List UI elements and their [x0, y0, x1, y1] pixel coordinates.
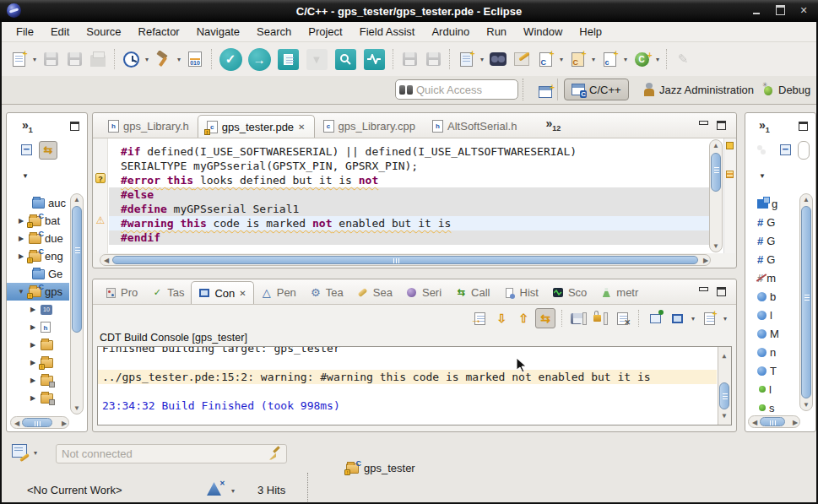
tab-problems[interactable]: Pro	[98, 281, 144, 304]
metronome-dropdown-icon[interactable]: ▾	[231, 487, 235, 495]
save-all-button-2[interactable]	[422, 48, 444, 70]
explorer-horizontal-scrollbar[interactable]: ◀ ▶	[10, 416, 69, 429]
binary-file-button[interactable]: 010	[184, 48, 206, 70]
outline-item-var-5[interactable]: T	[745, 361, 799, 380]
editor-horizontal-scrollbar[interactable]: ◀ ▶	[100, 254, 711, 266]
tab-gps-tester-pde[interactable]: c!gps_tester.pde✕	[198, 115, 315, 138]
tab-search[interactable]: Sea	[350, 281, 399, 304]
new-file-dropdown-icon[interactable]: ▾	[478, 56, 486, 63]
menu-arduino[interactable]: Arduino	[424, 23, 477, 41]
new-c-source-button[interactable]: C+	[534, 48, 556, 70]
show-error-in-editor-button[interactable]: →	[469, 308, 490, 328]
tree-item-eng[interactable]: ▶C!eng	[7, 247, 69, 265]
tab-console[interactable]: Con✕	[191, 281, 253, 304]
menu-project[interactable]: Project	[301, 23, 349, 41]
upload-sketch-button[interactable]: →	[246, 48, 273, 70]
menu-window[interactable]: Window	[516, 23, 570, 41]
search-button[interactable]	[487, 48, 509, 70]
save-console-button[interactable]	[568, 308, 588, 328]
explorer-vertical-scrollbar[interactable]: ▲ ▼	[70, 193, 84, 415]
connection-input[interactable]	[62, 447, 269, 460]
serial-plotter-button[interactable]	[360, 48, 387, 70]
tab-gps-library-cpp[interactable]: cgps_Library.cpp	[315, 115, 425, 138]
close-tab-icon[interactable]: ✕	[298, 122, 305, 132]
save-all-button[interactable]	[63, 48, 85, 70]
console-maximize-icon[interactable]	[717, 287, 726, 296]
save-button-2[interactable]	[398, 48, 420, 70]
tree-item-gps-selected[interactable]: ▼C!gps	[7, 283, 69, 301]
display-console-dropdown-icon[interactable]: ▾	[689, 315, 697, 322]
outline-item-var-2[interactable]: l	[745, 306, 799, 324]
cpp-perspective-button[interactable]: C C/C++	[564, 79, 629, 100]
new-class-dropdown-icon[interactable]: ▾	[589, 56, 598, 63]
outline-item-fn-2[interactable]: s	[745, 398, 799, 413]
serial-monitor-button[interactable]	[332, 48, 359, 70]
menu-source[interactable]: Source	[79, 23, 128, 41]
outline-item-define-1[interactable]: #G	[745, 213, 799, 231]
editor-vertical-scrollbar[interactable]: ▲ ▼	[709, 139, 723, 252]
minimize-window-icon[interactable]	[750, 4, 762, 16]
broom-icon[interactable]	[269, 448, 281, 460]
outline-hide-button[interactable]	[798, 141, 810, 160]
quick-access-box[interactable]	[395, 79, 518, 100]
code-area[interactable]: #if defined(I_USE_SOFTWARESERIAL) || def…	[109, 138, 709, 253]
build-hammer-button[interactable]	[152, 48, 174, 70]
outline-item-var-4[interactable]: n	[745, 343, 799, 361]
new-header-button[interactable]: c+	[599, 48, 620, 70]
outline-collapse-all-button[interactable]	[776, 141, 794, 160]
new-class-button[interactable]: C+	[566, 48, 588, 70]
jazz-administration-perspective-button[interactable]: Jazz Administration	[637, 79, 761, 100]
new-cpp-project-dropdown-icon[interactable]: ▾	[653, 56, 662, 63]
explorer-collapse-all-button[interactable]	[17, 141, 35, 160]
tree-item-gps-folder-3[interactable]: ▶	[7, 371, 69, 389]
lock-console-button[interactable]	[590, 308, 610, 328]
tab-serial[interactable]: Seri	[399, 281, 448, 304]
quick-access-input[interactable]	[416, 84, 501, 96]
menu-refactor[interactable]: Refactor	[131, 23, 187, 41]
overview-warning-marker[interactable]	[726, 142, 734, 149]
tab-tasks[interactable]: ✓Tas	[144, 281, 191, 304]
console-vertical-scrollbar[interactable]: ▲ ▼	[718, 347, 731, 425]
tab-team[interactable]: ⚙Tea	[303, 281, 350, 304]
profile-timer-button[interactable]	[120, 48, 142, 70]
editor-overflow-tabs[interactable]: »12	[545, 117, 561, 133]
tab-pending[interactable]: △Pen	[254, 281, 303, 304]
edit-button[interactable]: ✎	[672, 48, 694, 70]
profile-dropdown-icon[interactable]: ▾	[143, 56, 151, 63]
help-marker-icon[interactable]: ?	[95, 173, 106, 183]
tree-item-auc[interactable]: auc	[7, 194, 69, 212]
tab-call-hierarchy[interactable]: ⇆Call	[448, 281, 496, 304]
open-console-dropdown-icon[interactable]: ▾	[721, 315, 729, 322]
tab-metrics[interactable]: metr	[593, 281, 645, 304]
outline-item-var-1[interactable]: b	[745, 287, 799, 306]
tab-scope[interactable]: Sco	[545, 281, 593, 304]
tree-item-gps-includes[interactable]: ▶h	[7, 318, 69, 336]
annotation-pen-button[interactable]	[511, 48, 533, 70]
outline-item-define-3[interactable]: #G	[745, 250, 799, 268]
tree-item-gps-folder-2[interactable]: ▶!	[7, 354, 69, 371]
connection-field[interactable]	[56, 444, 287, 463]
save-button[interactable]	[40, 48, 62, 70]
explorer-view-menu-icon[interactable]: ▼	[22, 172, 29, 180]
menu-navigate[interactable]: Navigate	[189, 23, 247, 41]
outline-maximize-icon[interactable]	[799, 122, 808, 131]
tab-history[interactable]: Hist	[497, 281, 545, 304]
menu-help[interactable]: Help	[572, 23, 609, 41]
menu-file[interactable]: File	[8, 23, 41, 41]
tab-altsoftserial-h[interactable]: hAltSoftSerial.h	[424, 115, 525, 138]
new-header-dropdown-icon[interactable]: ▾	[621, 56, 630, 63]
new-file-button[interactable]: +	[455, 48, 477, 70]
console-minimize-icon[interactable]	[699, 287, 708, 296]
warning-marker-icon[interactable]: ⚠	[95, 216, 106, 226]
outline-horizontal-scrollbar[interactable]: ◀ ▶	[748, 415, 800, 428]
upload-disabled-button[interactable]: ▼	[303, 48, 330, 70]
new-cpp-project-button[interactable]: C+	[631, 48, 653, 70]
follow-build-toggle-button[interactable]: ⇆	[535, 308, 555, 328]
tree-item-gps-binaries[interactable]: ▶10	[7, 301, 69, 318]
connection-settings-icon[interactable]	[12, 444, 27, 458]
next-error-button[interactable]: ⇩	[491, 308, 512, 328]
display-console-button[interactable]	[667, 308, 687, 328]
build-dropdown-icon[interactable]: ▾	[175, 56, 183, 63]
menu-field-assist[interactable]: Field Assist	[352, 23, 423, 41]
tree-item-bat[interactable]: ▶C!bat	[7, 212, 69, 230]
